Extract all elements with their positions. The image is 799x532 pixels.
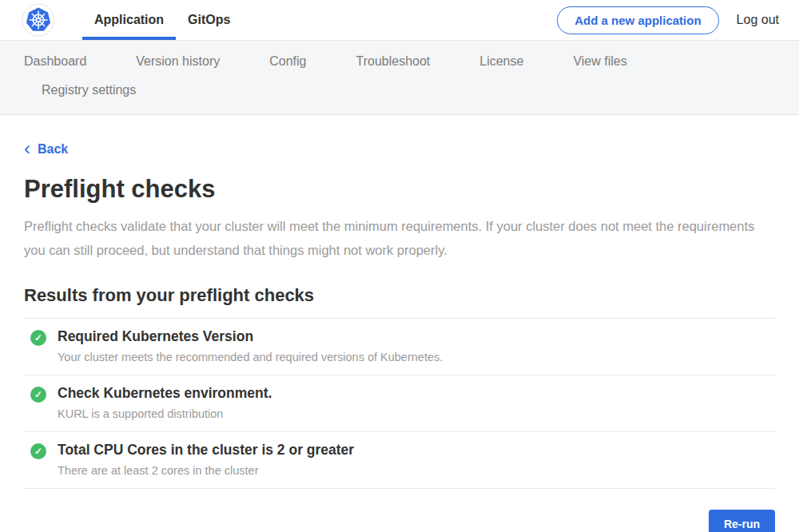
kubernetes-logo-icon (22, 3, 55, 37)
subnav-item-config[interactable]: Config (269, 54, 306, 69)
check-pass-icon: ✓ (30, 387, 46, 403)
subnav-item-dashboard[interactable]: Dashboard (24, 54, 86, 69)
check-title: Check Kubernetes environment. (58, 385, 272, 402)
back-chevron-icon: ‹ (24, 142, 30, 155)
topnav-right: Add a new application Log out (557, 0, 799, 40)
subnav-item-troubleshoot[interactable]: Troubleshoot (356, 54, 430, 69)
tab-application[interactable]: Application (82, 0, 176, 40)
subnav-item-version-history[interactable]: Version history (136, 54, 220, 69)
logout-link[interactable]: Log out (737, 13, 779, 27)
page-title: Preflight checks (24, 175, 775, 204)
secondary-navbar: Dashboard Version history Config Trouble… (0, 41, 799, 115)
footer-actions: Re-run (24, 510, 775, 532)
add-new-application-button[interactable]: Add a new application (557, 6, 718, 34)
check-detail: There are at least 2 cores in the cluste… (58, 464, 354, 478)
page-description: Preflight checks validate that your clus… (24, 214, 775, 262)
check-title: Required Kubernetes Version (58, 328, 443, 345)
top-navbar: Application GitOps Add a new application… (0, 0, 799, 41)
check-row-kubernetes-environment: ✓ Check Kubernetes environment. KURL is … (24, 375, 775, 432)
check-row-kubernetes-version: ✓ Required Kubernetes Version Your clust… (24, 319, 775, 375)
rerun-button[interactable]: Re-run (709, 510, 775, 532)
check-pass-icon: ✓ (30, 330, 46, 346)
check-pass-icon: ✓ (30, 443, 46, 459)
subnav-item-license[interactable]: License (479, 54, 523, 69)
tab-gitops[interactable]: GitOps (176, 0, 242, 40)
check-detail: Your cluster meets the recommended and r… (58, 351, 443, 364)
subnav-row-1: Dashboard Version history Config Trouble… (24, 47, 775, 76)
check-title: Total CPU Cores in the cluster is 2 or g… (58, 442, 354, 459)
back-link[interactable]: ‹ Back (24, 142, 68, 157)
results-heading: Results from your preflight checks (24, 285, 775, 306)
tab-gitops-label: GitOps (188, 13, 230, 27)
check-text: Required Kubernetes Version Your cluster… (58, 328, 443, 364)
subnav-row-2: Registry settings (42, 76, 775, 105)
check-detail: KURL is a supported distribution (58, 407, 272, 421)
back-link-label: Back (38, 142, 68, 157)
primary-tabs: Application GitOps (82, 0, 242, 40)
check-text: Total CPU Cores in the cluster is 2 or g… (58, 442, 354, 478)
preflight-checks-page: ‹ Back Preflight checks Preflight checks… (0, 115, 799, 532)
preflight-results-list: ✓ Required Kubernetes Version Your clust… (24, 318, 775, 489)
subnav-item-registry-settings[interactable]: Registry settings (42, 83, 136, 97)
check-row-cpu-cores: ✓ Total CPU Cores in the cluster is 2 or… (24, 432, 775, 489)
check-text: Check Kubernetes environment. KURL is a … (58, 385, 272, 421)
app-logo[interactable] (0, 0, 55, 40)
tab-application-label: Application (94, 13, 164, 27)
subnav-item-view-files[interactable]: View files (573, 54, 626, 69)
